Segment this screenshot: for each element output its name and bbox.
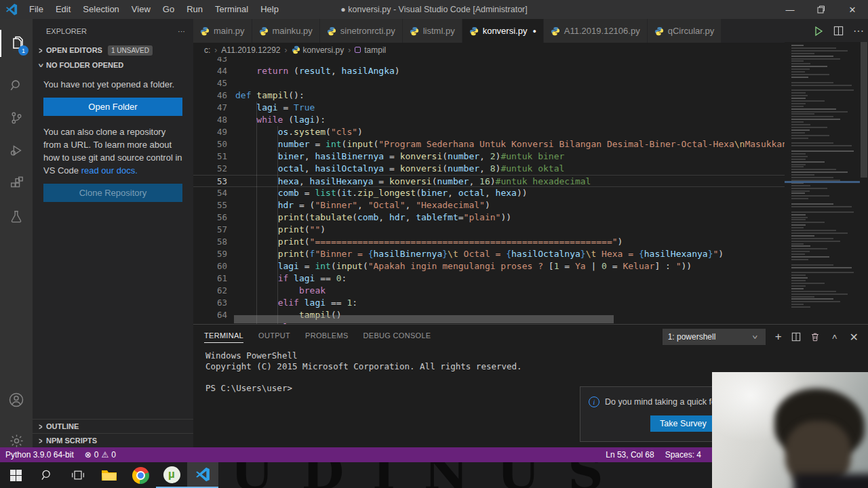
tab-listml.py[interactable]: listml.py — [403, 19, 462, 43]
minimap-line — [791, 45, 804, 46]
cursor-position-status[interactable]: Ln 53, Col 68 — [600, 450, 659, 460]
panel-tab-problems[interactable]: PROBLEMS — [305, 331, 349, 343]
code-line-51[interactable]: 51 biner, hasilBinernya = konversi(numbe… — [193, 150, 785, 163]
horizontal-scrollbar[interactable] — [234, 315, 614, 323]
breadcrumb-item-A11.2019.12292[interactable]: A11.2019.12292 — [221, 45, 280, 55]
code-line-60[interactable]: 60 lagi = int(input("Apakah ingin mengul… — [193, 260, 785, 272]
breadcrumb-item-tampil[interactable]: tampil — [355, 45, 386, 55]
menu-edit[interactable]: Edit — [50, 0, 77, 19]
code-line-57[interactable]: 57 print("") — [193, 224, 785, 236]
menu-view[interactable]: View — [125, 0, 157, 19]
menu-file[interactable]: File — [23, 0, 50, 19]
webcam-overlay — [712, 372, 868, 488]
line-number: 43 — [193, 57, 227, 65]
dirty-indicator[interactable]: ● — [532, 28, 536, 35]
code-line-46[interactable]: 46def tampil(): — [193, 89, 785, 102]
new-terminal-button[interactable]: + — [775, 330, 782, 344]
code-line-56[interactable]: 56 print(tabulate(comb, hdr, tablefmt="p… — [193, 211, 785, 224]
python-icon — [410, 26, 419, 36]
test-flask-icon[interactable] — [0, 203, 33, 230]
menu-go[interactable]: Go — [157, 0, 180, 19]
breadcrumb[interactable]: c:›A11.2019.12292›konversi.py›tampil — [193, 43, 868, 57]
kill-terminal-trash-icon[interactable] — [810, 332, 820, 342]
code-line-54[interactable]: 54 comb = list(it.zip_longest(biner, oct… — [193, 187, 785, 199]
tab-mainku.py[interactable]: mainku.py — [252, 19, 319, 43]
explorer-icon[interactable]: 1 — [0, 30, 33, 57]
start-button[interactable] — [0, 462, 31, 488]
tab-konversi.py[interactable]: konversi.py● — [462, 19, 543, 43]
terminal-output[interactable]: Windows PowerShellCopyright (C) 2015 Mic… — [205, 350, 522, 394]
run-file-button[interactable] — [813, 26, 824, 37]
code-line-44[interactable]: 44 return (result, hasilAngka) — [193, 65, 785, 77]
breadcrumb-item-c:[interactable]: c: — [204, 45, 210, 55]
line-number: 59 — [193, 248, 227, 260]
line-number: 46 — [193, 89, 227, 102]
npm-scripts-section[interactable]: > NPM SCRIPTS — [33, 433, 193, 447]
menu-terminal[interactable]: Terminal — [209, 0, 254, 19]
code-editor[interactable]: 4344 return (result, hasilAngka)4546def … — [193, 57, 785, 324]
tab-sinetronrcti.py[interactable]: sinetronrcti.py — [320, 19, 402, 43]
run-debug-icon[interactable] — [0, 137, 33, 164]
vscode-taskbar-icon[interactable] — [187, 462, 218, 488]
code-line-58[interactable]: 58 print("==============================… — [193, 236, 785, 248]
open-folder-button[interactable]: Open Folder — [43, 98, 182, 116]
breadcrumb-item-konversi.py[interactable]: konversi.py — [292, 45, 344, 55]
menu-help[interactable]: Help — [254, 0, 285, 19]
panel-tab-terminal[interactable]: TERMINAL — [204, 331, 243, 343]
code-line-50[interactable]: 50 number = int(input("Program Sederhana… — [193, 138, 785, 150]
minimap-line — [791, 251, 810, 252]
tab-main.py[interactable]: main.py — [193, 19, 252, 43]
line-number: 47 — [193, 102, 227, 114]
python-interpreter-status[interactable]: Python 3.9.0 64-bit — [0, 450, 79, 460]
shell-selector-dropdown[interactable]: 1: powershell > — [663, 329, 766, 345]
maximize-panel-button[interactable]: > — [830, 331, 840, 342]
code-line-53[interactable]: 53 hexa, hasilHexanya = konversi(number,… — [193, 175, 785, 187]
vertical-scrollbar[interactable] — [860, 42, 868, 324]
vscode-logo-icon — [5, 3, 18, 16]
open-editors-section[interactable]: > OPEN EDITORS 1 UNSAVED — [33, 43, 193, 58]
restore-button[interactable] — [806, 0, 837, 19]
extensions-icon[interactable] — [0, 170, 33, 197]
taskbar-search-icon[interactable] — [31, 462, 62, 488]
split-terminal-button[interactable] — [791, 332, 801, 342]
sidebar-more-icon[interactable]: ··· — [178, 27, 185, 35]
panel-tab-output[interactable]: OUTPUT — [258, 331, 290, 343]
menu-run[interactable]: Run — [180, 0, 209, 19]
source-control-icon[interactable] — [0, 104, 33, 131]
more-actions-button[interactable]: ··· — [853, 25, 864, 37]
panel-tab-debug-console[interactable]: DEBUG CONSOLE — [363, 331, 431, 343]
tab-qCircular.py[interactable]: qCircular.py — [648, 19, 722, 43]
minimap[interactable] — [785, 42, 860, 324]
code-line-61[interactable]: 61 if lagi == 0: — [193, 272, 785, 285]
close-panel-button[interactable]: ✕ — [850, 331, 859, 344]
code-line-47[interactable]: 47 lagi = True — [193, 102, 785, 114]
outline-section[interactable]: > OUTLINE — [33, 419, 193, 433]
code-line-48[interactable]: 48 while (lagi): — [193, 114, 785, 126]
code-line-55[interactable]: 55 hdr = ("Binner", "Octal", "Hexadecima… — [193, 199, 785, 211]
close-window-button[interactable]: ✕ — [837, 0, 868, 19]
search-icon[interactable] — [0, 72, 33, 99]
code-line-59[interactable]: 59 print(f"Binner = {hasilBinernya}\t Oc… — [193, 248, 785, 260]
read-our-docs-link[interactable]: read our docs. — [81, 165, 138, 176]
clone-repository-button[interactable]: Clone Repository — [43, 184, 182, 202]
code-line-45[interactable]: 45 — [193, 77, 785, 89]
chrome-icon[interactable] — [125, 462, 156, 488]
unsaved-badge: 1 UNSAVED — [108, 45, 153, 56]
take-survey-button[interactable]: Take Survey — [650, 415, 716, 432]
file-explorer-icon[interactable] — [94, 462, 125, 488]
code-line-52[interactable]: 52 octal, hasilOctalnya = konversi(numbe… — [193, 163, 785, 175]
no-folder-section[interactable]: > NO FOLDER OPENED — [33, 58, 193, 73]
indentation-status[interactable]: Spaces: 4 — [660, 450, 707, 460]
split-editor-button[interactable] — [833, 26, 844, 36]
code-line-62[interactable]: 62 break — [193, 285, 785, 297]
utorrent-icon[interactable]: µ — [156, 462, 187, 488]
account-icon[interactable] — [0, 386, 33, 413]
tab-A11.2019.12106.py[interactable]: A11.2019.12106.py — [544, 19, 647, 43]
task-view-icon[interactable] — [62, 462, 94, 488]
menu-selection[interactable]: Selection — [77, 0, 125, 19]
problems-status[interactable]: ⊗ 0 ⚠ 0 — [79, 450, 121, 460]
code-line-49[interactable]: 49 os.system("cls") — [193, 126, 785, 138]
code-line-63[interactable]: 63 elif lagi == 1: — [193, 297, 785, 309]
code-line-43[interactable]: 43 — [193, 57, 785, 65]
minimize-button[interactable]: — — [774, 0, 806, 19]
